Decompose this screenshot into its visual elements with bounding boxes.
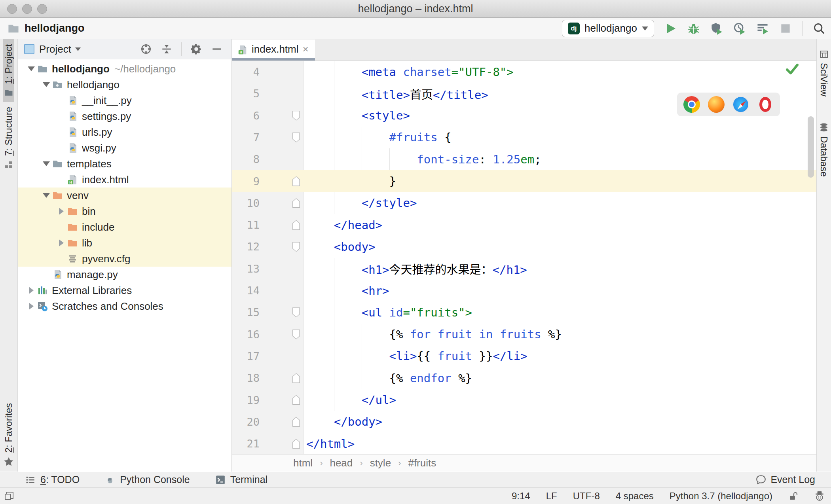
tree-item-include[interactable]: include [18, 219, 231, 235]
code-line-11[interactable]: 11 </head> [232, 214, 816, 236]
line-number: 18 [232, 372, 260, 384]
interpreter-widget[interactable]: Python 3.7 (hellodjango) [670, 491, 772, 502]
code-line-20[interactable]: 20 </body> [232, 411, 816, 433]
select-opened-file-button[interactable] [140, 43, 152, 55]
tree-item-index-html[interactable]: H index.html [18, 172, 231, 188]
tab-index-html[interactable]: H index.html × [232, 40, 315, 61]
tree-item-wsgi-py[interactable]: wsgi.py [18, 140, 231, 156]
line-number: 16 [232, 328, 260, 341]
tree-item-init-py[interactable]: __init__.py [18, 93, 231, 108]
excluded-folder-icon [67, 206, 78, 217]
fold-marker-icon[interactable] [292, 176, 300, 186]
code-line-10[interactable]: 10 </style> [232, 192, 816, 214]
code-line-14[interactable]: 14 <hr> [232, 280, 816, 301]
collapse-all-button[interactable] [161, 43, 173, 55]
inspections-ok-icon[interactable] [785, 63, 799, 75]
hector-inspector-icon[interactable] [814, 491, 825, 501]
project-view-selector[interactable]: Project [39, 43, 71, 55]
python-console-toolwindow-button[interactable]: Python Console [105, 474, 190, 485]
tree-item-venv[interactable]: venv [18, 188, 231, 203]
event-log-button[interactable]: Event Log [755, 474, 815, 485]
chrome-browser-icon[interactable] [683, 96, 700, 113]
tool-tab-project[interactable]: 1: Project [3, 39, 14, 102]
breadcrumb-style[interactable]: style [370, 457, 391, 469]
collapsed-arrow-icon [29, 287, 34, 294]
run-with-settings-button[interactable] [756, 22, 769, 35]
fold-marker-icon[interactable] [292, 220, 300, 230]
hide-panel-button[interactable] [211, 43, 223, 55]
line-number: 13 [232, 263, 260, 275]
line-ending-widget[interactable]: LF [546, 491, 557, 502]
fold-marker-icon[interactable] [292, 330, 300, 339]
editor-scrollbar-thumb[interactable] [808, 116, 814, 178]
fold-marker-icon[interactable] [292, 373, 300, 383]
tree-item-scratches-and-consoles[interactable]: Scratches and Consoles [18, 298, 231, 314]
settings-gear-icon[interactable] [190, 43, 202, 55]
tree-item-lib[interactable]: lib [18, 235, 231, 251]
tree-item-pyvenv-cfg[interactable]: pyvenv.cfg [18, 251, 231, 267]
code-line-21[interactable]: 21 </html> [232, 433, 816, 454]
search-everywhere-icon[interactable] [813, 22, 825, 35]
profiler-button[interactable] [733, 22, 746, 35]
opera-browser-icon[interactable] [759, 97, 771, 112]
code-line-17[interactable]: 17 <li>{{ fruit }}</li> [232, 345, 816, 367]
tree-item-external-libraries[interactable]: External Libraries [18, 282, 231, 298]
folder-icon [4, 88, 13, 97]
breadcrumb-html[interactable]: html [293, 457, 313, 469]
code-editor[interactable]: 4 <meta charset="UTF-8"> 5 <title>首页</ti… [232, 61, 816, 454]
navigation-bar-crumb[interactable]: hellodjango [7, 22, 85, 35]
encoding-widget[interactable]: UTF-8 [573, 491, 600, 502]
todo-toolwindow-button[interactable]: 6: TODO [25, 474, 80, 485]
toggle-toolwindows-icon[interactable] [4, 491, 14, 501]
fold-marker-icon[interactable] [292, 198, 300, 208]
firefox-browser-icon[interactable] [708, 96, 725, 113]
close-tab-icon[interactable]: × [303, 43, 309, 55]
tree-item-bin[interactable]: bin [18, 203, 231, 219]
breadcrumb-head[interactable]: head [330, 457, 353, 469]
debug-button[interactable] [687, 22, 700, 35]
fold-marker-icon[interactable] [292, 439, 300, 449]
run-button[interactable] [664, 22, 677, 35]
indent-widget[interactable]: 4 spaces [616, 491, 654, 502]
tree-item-root-hellodjango[interactable]: hellodjango ~/hellodjango [18, 61, 231, 77]
code-line-16[interactable]: 16 {% for fruit in fruits %} [232, 324, 816, 345]
tree-item-hellodjango-package[interactable]: hellodjango [18, 77, 231, 93]
code-line-7[interactable]: 7 #fruits { [232, 127, 816, 148]
safari-browser-icon[interactable] [732, 96, 749, 113]
code-line-12[interactable]: 12 <body> [232, 236, 816, 258]
code-line-19[interactable]: 19 </ul> [232, 389, 816, 411]
chevron-down-icon[interactable] [75, 47, 81, 51]
tree-item-urls-py[interactable]: urls.py [18, 124, 231, 140]
tool-tab-structure-label: 7: Structure [3, 107, 14, 156]
scratches-icon [37, 301, 48, 312]
unlocked-padlock-icon[interactable] [788, 491, 799, 501]
code-line-8[interactable]: 8 font-size: 1.25em; [232, 148, 816, 170]
terminal-toolwindow-button[interactable]: Terminal [215, 474, 268, 485]
tool-tab-structure[interactable]: 7: Structure [3, 102, 14, 174]
fold-marker-icon[interactable] [292, 242, 300, 252]
breadcrumb-fruits[interactable]: #fruits [408, 457, 436, 469]
fold-marker-icon[interactable] [292, 111, 300, 121]
tool-tab-sciview[interactable]: SciView [818, 49, 829, 97]
code-line-4[interactable]: 4 <meta charset="UTF-8"> [232, 61, 816, 83]
fold-marker-icon[interactable] [292, 133, 300, 142]
tree-item-templates[interactable]: templates [18, 156, 231, 172]
tree-item-manage-py[interactable]: manage.py [18, 267, 231, 282]
code-line-15[interactable]: 15 <ul id="fruits"> [232, 301, 816, 323]
breadcrumb-separator-icon: › [398, 458, 401, 468]
run-configuration-selector[interactable]: dj hellodjango [562, 20, 654, 37]
caret-position-widget[interactable]: 9:14 [512, 491, 530, 502]
fold-marker-icon[interactable] [292, 395, 300, 405]
code-line-13[interactable]: 13 <h1>今天推荐的水果是：</h1> [232, 258, 816, 280]
stop-button[interactable] [779, 22, 792, 35]
fold-marker-icon[interactable] [292, 417, 300, 427]
tree-item-settings-py[interactable]: settings.py [18, 108, 231, 124]
tool-tab-favorites[interactable]: 2: Favorites [0, 398, 17, 472]
run-with-coverage-button[interactable] [710, 22, 723, 35]
code-line-9-caret-line[interactable]: 9 } [232, 170, 816, 192]
project-tool-window: Project hellodjango ~/hellodjango [18, 39, 232, 472]
fold-marker-icon[interactable] [292, 307, 300, 317]
code-line-18[interactable]: 18 {% endfor %} [232, 367, 816, 389]
excluded-folder-icon [67, 222, 78, 233]
tool-tab-database[interactable]: Database [818, 123, 829, 177]
